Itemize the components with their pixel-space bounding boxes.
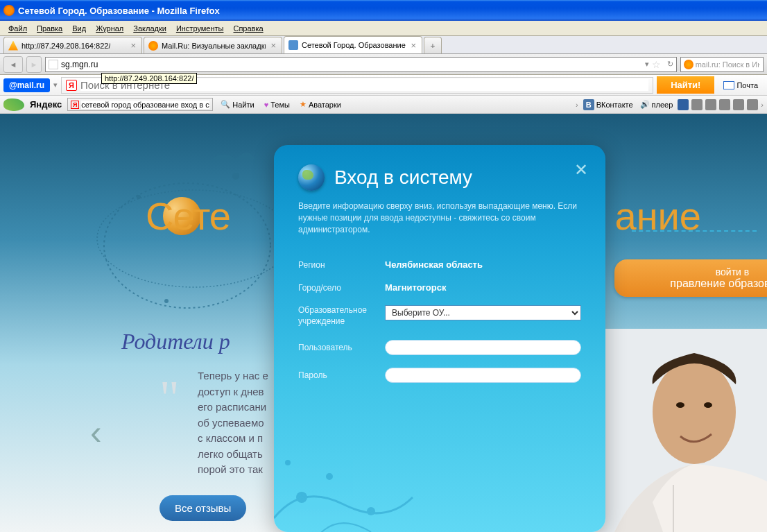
chevron-right-icon: ► [31, 60, 38, 69]
svg-point-2 [137, 195, 141, 199]
svg-point-12 [285, 460, 291, 465]
quote-icon: " [160, 370, 180, 426]
school-select[interactable]: Выберите ОУ... [385, 305, 581, 320]
firefox-icon [3, 5, 15, 16]
svg-point-11 [326, 473, 333, 480]
services-icon-5[interactable] [747, 99, 758, 110]
school-row: Образовательное учреждение Выберите ОУ..… [298, 305, 581, 327]
vk-link[interactable]: В ВКонтакте [581, 99, 635, 110]
close-icon[interactable]: × [409, 40, 417, 51]
login-header: Вход в систему [298, 164, 581, 191]
city-value: Магнитогорск [385, 282, 446, 293]
services-icon-1[interactable] [691, 99, 703, 110]
services-icon-3[interactable] [719, 99, 730, 110]
region-row: Регион Челябинская область [298, 259, 581, 270]
forward-button[interactable]: ► [26, 56, 42, 73]
close-icon[interactable]: × [129, 40, 137, 51]
tab-label: Сетевой Город. Образование [302, 41, 406, 49]
url-input[interactable] [61, 60, 642, 69]
menu-view[interactable]: Вид [67, 23, 91, 34]
url-tooltip: http://87.249.208.164:822/ [101, 73, 197, 84]
yandex-avatars-link[interactable]: ★ Аватарки [298, 100, 343, 109]
services-icon-2[interactable] [705, 99, 716, 110]
page-favicon [49, 60, 58, 69]
svg-point-7 [653, 360, 736, 464]
menu-edit[interactable]: Правка [32, 23, 67, 34]
yandex-search-input[interactable] [81, 101, 209, 109]
menu-help[interactable]: Справка [228, 23, 268, 34]
slider-prev-arrow[interactable]: ‹ [90, 412, 102, 452]
yandex-searchbox[interactable]: Я [67, 98, 213, 111]
mailru-logo[interactable]: @mail.ru [3, 78, 50, 92]
star-icon: ★ [300, 100, 307, 109]
chevron-right-icon[interactable]: › [761, 101, 764, 109]
envelope-icon [723, 81, 734, 89]
education-login-button[interactable]: войти в правление образования [614, 259, 767, 297]
window-title: Сетевой Город. Образование - Mozilla Fir… [18, 6, 220, 16]
services-icon-4[interactable] [733, 99, 744, 110]
login-title: Вход в систему [334, 166, 472, 189]
city-label: Город/село [298, 283, 385, 293]
dropdown-icon[interactable]: ▾ [53, 80, 58, 89]
menu-history[interactable]: Журнал [91, 23, 128, 34]
region-label: Регион [298, 260, 385, 270]
user-input[interactable] [385, 340, 581, 355]
heart-icon: ♥ [264, 101, 269, 109]
close-icon[interactable]: ✕ [574, 160, 588, 180]
yandex-logo[interactable]: Яндекс [30, 99, 62, 110]
back-button[interactable]: ◄ [3, 56, 23, 73]
menu-bookmarks[interactable]: Закладки [128, 23, 171, 34]
opensuse-chameleon-icon[interactable] [3, 98, 24, 111]
tabbar: http://87.249.208.164:822/ × Mail.Ru: Ви… [0, 36, 767, 54]
tab-label: http://87.249.208.164:822/ [21, 42, 110, 50]
site-title-left: Сете [146, 194, 230, 239]
password-input[interactable] [385, 368, 581, 383]
search-placeholder: mail.ru: Поиск в Ин [696, 60, 760, 69]
tab-2[interactable]: Mail.Ru: Визуальные закладки × [144, 37, 282, 53]
mailru-mail-link[interactable]: Почта [718, 81, 764, 89]
speaker-icon: 🔊 [640, 100, 650, 109]
decorative-splash [274, 414, 454, 532]
reload-icon[interactable]: ↻ [667, 60, 673, 69]
page-content: Сете ание войти в правление образования … [0, 114, 767, 532]
chevron-left-icon: ◄ [10, 60, 17, 69]
svg-point-5 [164, 299, 169, 303]
site-icon [288, 40, 298, 50]
new-tab-button[interactable]: + [424, 37, 442, 53]
yandex-right-icons: › В ВКонтакте 🔊 плеер › [576, 99, 764, 110]
all-reviews-button[interactable]: Все отзывы [160, 495, 246, 521]
password-row: Пароль [298, 368, 581, 383]
menu-tools[interactable]: Инструменты [171, 23, 229, 34]
search-provider-icon [684, 60, 693, 69]
player-link[interactable]: 🔊 плеер [638, 100, 675, 109]
decorative-dashes [632, 230, 757, 232]
mailru-icon [148, 41, 158, 51]
mail-icon[interactable] [678, 99, 689, 110]
mailru-find-button[interactable]: Найти! [657, 76, 714, 94]
tab-3-active[interactable]: Сетевой Город. Образование × [284, 36, 422, 53]
school-label: Образовательное учреждение [298, 305, 385, 327]
city-row: Город/село Магнитогорск [298, 282, 581, 293]
bookmark-star-icon[interactable]: ☆ [652, 59, 661, 70]
close-icon[interactable]: × [269, 40, 277, 51]
region-value: Челябинская область [385, 259, 483, 270]
magnifier-icon: 🔍 [221, 100, 230, 109]
menubar: Файл Правка Вид Журнал Закладки Инструме… [0, 21, 767, 36]
menu-file[interactable]: Файл [3, 23, 32, 34]
chevron-right-icon[interactable]: › [576, 101, 578, 109]
addressbar[interactable]: http://87.249.208.164:822/ ▾ ☆ ↻ [45, 57, 677, 72]
yandex-icon: Я [71, 101, 79, 109]
site-title-right: ание [615, 194, 702, 239]
browser-searchbox[interactable]: mail.ru: Поиск в Ин [680, 57, 764, 72]
yandex-themes-link[interactable]: ♥ Темы [262, 101, 292, 109]
vk-icon: В [583, 99, 594, 110]
yandex-search-icon: Я [66, 80, 77, 91]
user-label: Пользователь [298, 343, 385, 352]
window-titlebar: Сетевой Город. Образование - Mozilla Fir… [0, 0, 767, 21]
dropdown-icon[interactable]: ▾ [645, 60, 649, 69]
tab-1[interactable]: http://87.249.208.164:822/ × [3, 37, 142, 53]
yandex-find-button[interactable]: 🔍 Найти [218, 100, 256, 109]
svg-point-9 [704, 402, 712, 408]
svg-point-4 [232, 173, 239, 180]
svg-point-8 [676, 402, 684, 408]
